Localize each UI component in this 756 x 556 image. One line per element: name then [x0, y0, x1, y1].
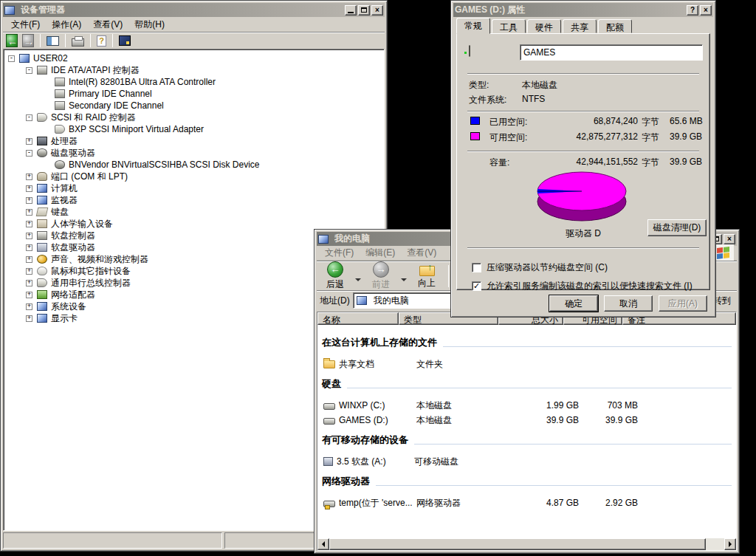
tree-expander[interactable] — [26, 138, 32, 145]
dialog-titlebar[interactable]: GAMES (D:) 属性 ? × — [453, 3, 713, 17]
tree-expander[interactable] — [8, 55, 15, 62]
list-item[interactable]: 网络驱动器 — [322, 476, 732, 487]
capacity-label: 容量: — [489, 157, 509, 169]
ide-controller-icon — [55, 89, 65, 98]
back-dropdown-caret[interactable] — [355, 278, 361, 281]
capacity-bytes: 42,944,151,552 — [527, 157, 638, 167]
scroll-left-button[interactable] — [317, 538, 329, 550]
menu-item[interactable]: 查看(V) — [402, 245, 441, 261]
scroll-right-button[interactable] — [724, 538, 736, 550]
tree-expander[interactable] — [26, 114, 32, 121]
disk-cleanup-button[interactable]: 磁盘清理(D) — [647, 219, 707, 236]
tree-row[interactable]: 端口 (COM 和 LPT) — [5, 171, 382, 182]
device-manager-toolbar: ← → ? — [3, 32, 385, 49]
tree-label: 软盘控制器 — [51, 230, 95, 242]
scrollbar-thumb[interactable] — [329, 538, 706, 550]
tree-row[interactable]: 人体学输入设备 — [5, 218, 382, 230]
list-item[interactable]: GAMES (D:) 本地磁盘 39.9 GB 39.9 GB — [317, 413, 736, 427]
tab[interactable]: 工具 — [492, 19, 526, 33]
tree-row[interactable]: IDE ATA/ATAPI 控制器 — [5, 64, 382, 76]
compress-checkbox[interactable] — [472, 263, 481, 272]
tree-row[interactable]: SCSI 和 RAID 控制器 — [5, 111, 382, 123]
minimize-button[interactable] — [345, 5, 357, 16]
tree-row[interactable]: 监视器 — [5, 194, 382, 206]
tree-expander[interactable] — [26, 209, 32, 216]
menu-item[interactable]: 操作(A) — [47, 17, 86, 32]
tree-row[interactable]: 键盘 — [5, 206, 382, 218]
tree-expander[interactable] — [26, 315, 32, 322]
back-button[interactable]: ← 后退 — [320, 261, 351, 291]
list-item[interactable]: 硬盘 — [322, 378, 732, 390]
folder-icon — [323, 360, 335, 368]
forward-icon[interactable]: → — [22, 34, 34, 47]
tree-expander[interactable] — [26, 185, 32, 192]
tree-expander[interactable] — [26, 221, 32, 227]
tree-row[interactable]: Intel(R) 82801BA Ultra ATA Controller — [5, 76, 382, 88]
group-title: 硬盘 — [322, 377, 341, 391]
tab[interactable]: 常规 — [456, 18, 490, 34]
help-button[interactable]: ? — [687, 5, 698, 16]
tree-expander[interactable] — [26, 280, 32, 286]
tree-expander[interactable] — [26, 244, 32, 251]
tree-row[interactable]: 磁盘驱动器 — [5, 147, 382, 159]
list-item[interactable]: temp(位于 'serve... 网络驱动器 4.87 GB 2.92 GB — [317, 496, 736, 509]
tree-row[interactable]: BXP SCSI Miniport Virtual Adapter — [5, 123, 382, 135]
tree-expander[interactable] — [26, 303, 32, 310]
tree-expander[interactable] — [26, 233, 32, 239]
cancel-button[interactable]: 取消 — [604, 295, 653, 312]
back-icon[interactable]: ← — [6, 34, 18, 47]
list-item[interactable]: 有可移动存储的设备 — [322, 434, 732, 446]
printer-icon[interactable] — [72, 38, 84, 47]
menu-item[interactable]: 编辑(E) — [360, 245, 400, 261]
list-item[interactable]: WINXP (C:) 本地磁盘 1.99 GB 703 MB — [317, 399, 736, 412]
tree-expander[interactable] — [26, 256, 32, 263]
network-adapter-icon — [37, 290, 47, 299]
scan-hardware-icon[interactable] — [119, 35, 131, 46]
console-tree-icon[interactable] — [47, 36, 59, 46]
processor-icon — [37, 137, 47, 145]
apply-button[interactable]: 应用(A) — [659, 295, 707, 312]
tree-row[interactable]: Primary IDE Channel — [5, 88, 382, 100]
item-total-size: 4.87 GB — [514, 498, 579, 508]
menu-item[interactable]: 文件(F) — [320, 245, 359, 261]
horizontal-scrollbar[interactable] — [317, 538, 736, 550]
tree-row[interactable]: 计算机 — [5, 182, 382, 194]
menu-item[interactable]: 帮助(H) — [129, 17, 170, 32]
tree-expander[interactable] — [26, 197, 32, 204]
tree-row[interactable]: BNVendor BNVirtualSCSIHBA SCSI Disk Devi… — [5, 159, 382, 171]
tab[interactable]: 硬件 — [527, 19, 561, 33]
forward-button[interactable]: → 前进 — [365, 261, 396, 291]
menu-item[interactable]: 文件(F) — [6, 17, 45, 32]
help-icon[interactable]: ? — [97, 35, 106, 47]
close-button[interactable]: × — [371, 5, 383, 16]
tree-expander[interactable] — [26, 174, 32, 180]
tab[interactable]: 共享 — [563, 19, 597, 33]
maximize-button[interactable] — [358, 5, 370, 16]
compress-checkbox-row[interactable]: 压缩驱动器以节约磁盘空间 (C) — [472, 261, 702, 274]
tree-row[interactable]: USER02 — [5, 52, 382, 64]
up-button[interactable]: 向上 — [411, 262, 442, 289]
list-item[interactable]: 在这台计算机上存储的文件 — [322, 337, 732, 349]
list-item[interactable]: 3.5 软盘 (A:) 可移动磁盘 — [317, 455, 736, 468]
tree-row[interactable]: 处理器 — [5, 135, 382, 147]
close-button[interactable]: × — [724, 234, 735, 244]
device-manager-titlebar[interactable]: 设备管理器 × — [3, 3, 385, 17]
tree-expander[interactable] — [26, 67, 32, 74]
tree-label: 人体学输入设备 — [51, 218, 113, 230]
menu-item[interactable]: 查看(V) — [88, 17, 128, 32]
volume-label-input[interactable] — [520, 44, 703, 61]
scsi-controller-icon — [55, 125, 65, 134]
group-title: 网络驱动器 — [322, 475, 370, 488]
tree-expander[interactable] — [26, 292, 32, 298]
tree-expander[interactable] — [26, 150, 32, 157]
index-checkbox[interactable]: ✓ — [472, 281, 481, 291]
tab[interactable]: 配额 — [598, 19, 632, 33]
tree-expander[interactable] — [26, 268, 32, 275]
close-button[interactable]: × — [700, 5, 712, 16]
tree-row[interactable]: Secondary IDE Channel — [5, 100, 382, 111]
forward-dropdown-caret[interactable] — [401, 278, 407, 281]
ok-button[interactable]: 确定 — [549, 295, 598, 312]
list-item[interactable]: 共享文档 文件夹 — [317, 357, 736, 371]
column-header-name[interactable]: 名称 — [317, 312, 399, 325]
index-checkbox-row[interactable]: ✓ 允许索引服务编制该磁盘的索引以便快速搜索文件 (I) — [472, 280, 707, 292]
